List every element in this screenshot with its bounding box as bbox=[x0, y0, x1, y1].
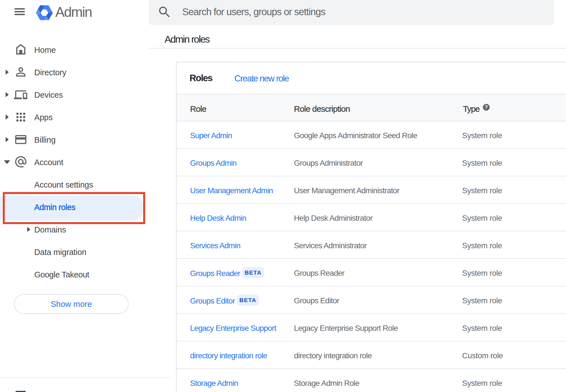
svg-text:?: ? bbox=[485, 104, 488, 110]
